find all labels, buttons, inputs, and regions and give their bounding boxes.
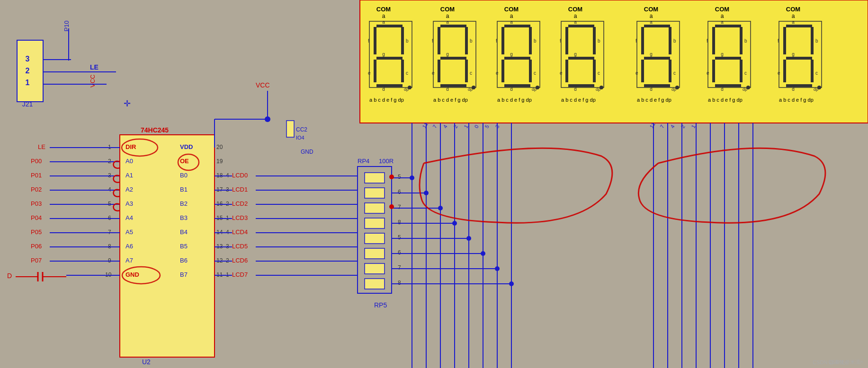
svg-text:4: 4 [226, 172, 229, 179]
svg-text:d: d [721, 87, 724, 92]
svg-text:d: d [574, 87, 577, 92]
svg-text:1: 1 [690, 124, 696, 129]
svg-rect-84 [644, 25, 670, 27]
svg-text:P04: P04 [31, 214, 42, 221]
svg-rect-87 [669, 27, 671, 54]
svg-rect-257 [365, 173, 385, 183]
svg-text:a: a [574, 19, 577, 25]
svg-text:4: 4 [442, 124, 448, 129]
svg-rect-0 [360, 0, 868, 123]
svg-text:a b c d e f g dp: a b c d e f g dp [779, 97, 814, 103]
svg-text:A1: A1 [125, 172, 133, 179]
svg-text:B0: B0 [180, 172, 188, 179]
svg-rect-123 [779, 21, 822, 88]
svg-text:OE: OE [180, 158, 189, 165]
svg-text:LCD0: LCD0 [232, 172, 248, 179]
svg-text:8: 8 [398, 280, 401, 286]
svg-text:e: e [707, 70, 709, 76]
svg-rect-10 [374, 60, 376, 82]
svg-text:4: 4 [108, 186, 111, 193]
svg-text:11: 11 [421, 121, 429, 129]
svg-rect-65 [568, 57, 594, 60]
svg-text:P00: P00 [31, 158, 42, 165]
svg-rect-90 [641, 60, 644, 82]
svg-text:a: a [510, 13, 513, 19]
svg-text:COM: COM [644, 6, 658, 13]
svg-text:a: a [721, 19, 724, 25]
svg-rect-109 [712, 27, 715, 54]
svg-text:5: 5 [398, 234, 401, 241]
svg-text:1: 1 [226, 215, 229, 221]
svg-text:13: 13 [216, 243, 223, 250]
svg-text:B5: B5 [180, 243, 188, 250]
svg-text:a: a [650, 13, 653, 19]
svg-text:b: b [534, 38, 537, 44]
svg-rect-26 [440, 84, 466, 87]
svg-rect-263 [365, 263, 385, 274]
svg-text:g: g [382, 52, 385, 57]
svg-rect-261 [365, 233, 385, 244]
svg-text:dp: dp [404, 87, 409, 92]
svg-text:LCD5: LCD5 [232, 243, 248, 250]
svg-text:g: g [721, 52, 724, 57]
svg-text:a b c d e f g dp: a b c d e f g dp [561, 97, 596, 103]
svg-rect-129 [783, 27, 786, 54]
svg-text:a: a [382, 19, 385, 25]
svg-text:d: d [510, 87, 513, 92]
svg-rect-63 [561, 21, 604, 88]
svg-text:f: f [560, 38, 561, 44]
svg-rect-130 [783, 60, 786, 82]
svg-point-298 [509, 281, 514, 286]
svg-text:c: c [673, 70, 676, 76]
svg-rect-258 [365, 188, 385, 198]
svg-rect-228 [286, 121, 294, 137]
svg-text:1: 1 [463, 124, 469, 129]
svg-text:5: 5 [398, 174, 401, 180]
svg-text:c: c [470, 70, 472, 76]
svg-rect-67 [593, 27, 596, 54]
svg-text:100R: 100R [379, 158, 394, 165]
svg-text:P02: P02 [31, 186, 42, 193]
svg-text:B2: B2 [180, 200, 188, 207]
watermark: CSDN @米流~ [828, 359, 863, 366]
svg-text:c: c [598, 70, 600, 76]
svg-text:2: 2 [452, 124, 458, 129]
svg-text:LCD1: LCD1 [232, 186, 248, 193]
svg-text:B7: B7 [180, 271, 188, 278]
svg-text:11: 11 [216, 272, 223, 278]
svg-text:A4: A4 [125, 214, 133, 221]
svg-text:P10: P10 [63, 20, 70, 31]
svg-rect-88 [669, 60, 671, 82]
svg-text:2: 2 [26, 67, 30, 75]
svg-rect-64 [568, 25, 594, 27]
svg-text:a: a [574, 13, 577, 19]
svg-text:11: 11 [648, 121, 656, 129]
svg-point-39 [472, 86, 475, 89]
svg-rect-66 [568, 84, 594, 87]
svg-rect-262 [365, 248, 385, 259]
svg-text:0: 0 [473, 124, 479, 129]
svg-text:e: e [432, 70, 435, 76]
svg-point-295 [466, 236, 471, 241]
svg-rect-9 [374, 27, 376, 54]
svg-text:dp: dp [596, 87, 600, 92]
svg-text:a: a [510, 19, 513, 25]
svg-text:7: 7 [398, 264, 401, 271]
svg-text:7: 7 [659, 124, 665, 129]
svg-rect-85 [644, 57, 670, 60]
svg-rect-43 [497, 21, 540, 88]
svg-text:17: 17 [216, 186, 223, 193]
svg-text:f: f [707, 38, 708, 44]
svg-text:3: 3 [226, 186, 229, 193]
svg-text:2: 2 [680, 124, 686, 129]
svg-text:RP5: RP5 [374, 301, 387, 309]
svg-text:VCC: VCC [89, 75, 96, 88]
svg-text:10: 10 [105, 272, 112, 278]
svg-rect-5 [376, 57, 403, 60]
svg-text:LCD6: LCD6 [232, 257, 248, 264]
svg-text:2: 2 [226, 257, 229, 264]
svg-point-291 [410, 175, 414, 180]
svg-rect-106 [715, 84, 741, 87]
svg-point-296 [481, 251, 485, 256]
svg-text:a b c d e f g dp: a b c d e f g dp [637, 97, 671, 103]
